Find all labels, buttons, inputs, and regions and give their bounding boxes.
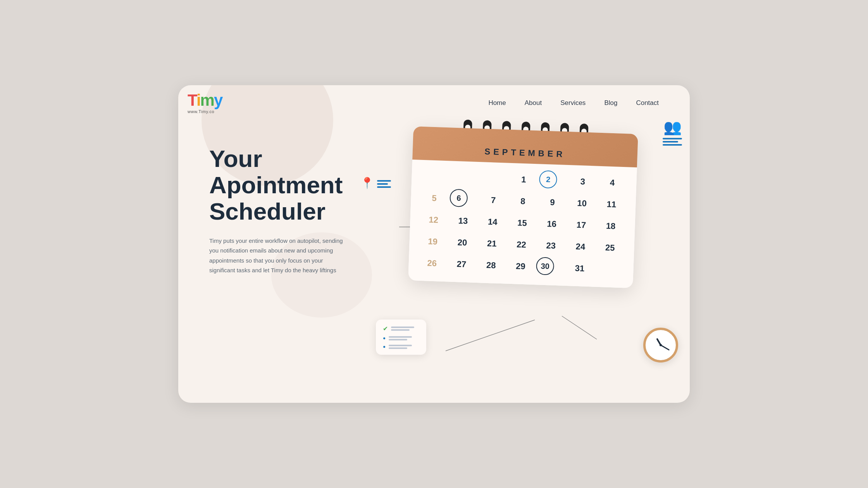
calendar-month: SEPTEMBER — [484, 146, 566, 159]
svg-line-3 — [446, 320, 535, 351]
check-lines-3 — [389, 345, 412, 349]
cal-day-31: 31 — [565, 258, 594, 279]
people-line-1 — [663, 138, 682, 139]
svg-line-2 — [562, 316, 597, 339]
cal-day-4: 4 — [598, 172, 627, 193]
cal-day-1: 1 — [509, 169, 538, 190]
dot-icon-2: ● — [383, 335, 386, 341]
clock-minute-hand — [660, 345, 670, 351]
cal-day-27: 27 — [447, 254, 476, 275]
cal-day-21: 21 — [477, 233, 506, 254]
cal-day-7: 7 — [479, 190, 508, 211]
cal-day-28: 28 — [477, 255, 505, 276]
cal-day-20: 20 — [448, 232, 477, 253]
cal-day-15: 15 — [508, 213, 537, 234]
checklist-item-1: ✔ — [383, 325, 419, 332]
dot-icon-3: ● — [383, 344, 386, 349]
cal-day-18: 18 — [596, 216, 625, 237]
cal-day-5: 5 — [420, 188, 449, 209]
cal-empty — [595, 259, 623, 280]
cal-day-26: 26 — [418, 253, 446, 274]
loc-line-2 — [377, 183, 388, 185]
nav-home[interactable]: Home — [488, 99, 506, 107]
loc-line-3 — [377, 186, 391, 188]
people-lines — [663, 138, 682, 146]
cal-day-29: 29 — [506, 256, 535, 277]
content-area: Your Apointment Scheduler Timy puts your… — [178, 107, 690, 386]
cal-day-9: 9 — [538, 192, 567, 213]
people-icon: 👥 — [663, 119, 682, 136]
logo-subtitle: www.Timy.co — [188, 109, 214, 114]
cal-empty — [450, 167, 479, 188]
clock-face — [649, 333, 672, 357]
cl-4 — [389, 339, 407, 340]
calendar-grid: 1234567891011121314151617181920212223242… — [418, 166, 627, 280]
cl-6 — [389, 347, 407, 349]
cal-day-8: 8 — [508, 191, 537, 212]
main-card: Timy www.Timy.co Home About Services Blo… — [178, 85, 690, 403]
calendar-body: 1234567891011121314151617181920212223242… — [408, 160, 637, 288]
cal-empty — [480, 168, 508, 189]
cal-day-30: 30 — [536, 257, 555, 275]
logo-T: T — [188, 91, 196, 109]
loc-line-1 — [377, 180, 391, 182]
logo-y: y — [214, 91, 222, 109]
logo-i: i — [196, 91, 200, 109]
cl-3 — [389, 336, 412, 338]
cal-empty — [421, 166, 450, 187]
calendar-card: SEPTEMBER 123456789101112131415161718192… — [408, 126, 638, 288]
cal-day-25: 25 — [596, 237, 624, 258]
cal-day-14: 14 — [478, 211, 507, 232]
nav-contact[interactable]: Contact — [636, 99, 659, 107]
location-widget: 📍 — [360, 177, 391, 189]
people-line-2 — [663, 141, 678, 143]
check-lines-1 — [391, 326, 414, 331]
cal-day-13: 13 — [449, 210, 477, 231]
clock-widget — [643, 328, 678, 363]
cal-day-22: 22 — [507, 234, 536, 255]
cl-2 — [391, 329, 410, 331]
cal-day-10: 10 — [568, 193, 596, 214]
check-lines-2 — [389, 336, 412, 340]
calendar-area: 👥 — [388, 130, 659, 370]
hero-description: Timy puts your entire workflow on autopi… — [209, 236, 349, 275]
check-icon-1: ✔ — [383, 325, 388, 332]
checklist-item-2: ● — [383, 335, 419, 341]
cal-day-23: 23 — [537, 235, 565, 256]
people-widget: 👥 — [663, 119, 682, 146]
cal-day-3: 3 — [568, 171, 597, 192]
nav: Home About Services Blog Contact — [178, 85, 690, 107]
cal-day-11: 11 — [597, 194, 626, 215]
clock-center-dot — [660, 344, 662, 346]
people-line-3 — [663, 144, 682, 146]
hero-text: Your Apointment Scheduler Timy puts your… — [209, 130, 388, 275]
checklist-item-3: ● — [383, 344, 419, 349]
cal-day-24: 24 — [566, 236, 595, 257]
logo-text: Timy — [188, 92, 222, 108]
cal-day-2: 2 — [539, 170, 558, 189]
cal-day-17: 17 — [567, 215, 596, 235]
cal-day-16: 16 — [537, 213, 566, 234]
logo-m: m — [200, 91, 214, 109]
cal-day-12: 12 — [419, 210, 448, 230]
location-lines — [377, 180, 391, 188]
nav-blog[interactable]: Blog — [604, 99, 617, 107]
location-icon: 📍 — [360, 177, 374, 189]
logo[interactable]: Timy www.Timy.co — [188, 92, 230, 123]
cl-1 — [391, 326, 414, 328]
cal-day-19: 19 — [418, 231, 447, 252]
nav-about[interactable]: About — [525, 99, 542, 107]
checklist-widget: ✔ ● ● — [376, 320, 426, 355]
nav-services[interactable]: Services — [560, 99, 586, 107]
cal-day-6: 6 — [450, 189, 468, 207]
cl-5 — [389, 345, 412, 346]
